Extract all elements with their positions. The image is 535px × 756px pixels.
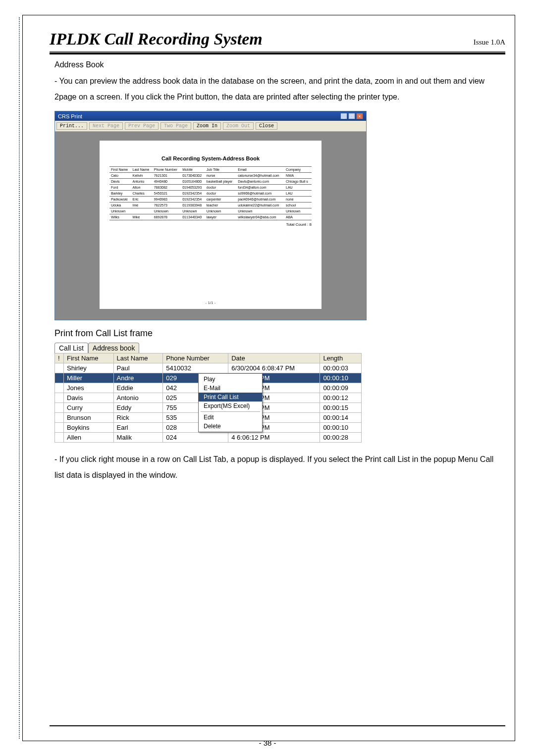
ctx-print-call-list[interactable]: Print Call List (199, 393, 262, 402)
table-row: BarkleyCharles54503210192342354doctorsd9… (109, 191, 312, 197)
crs-toolbar: Print... Next Page Prev Page Two Page Zo… (55, 121, 366, 132)
tab-address-book[interactable]: Address book (88, 343, 140, 353)
crs-col: Job Title (205, 167, 236, 173)
zoom-out-button[interactable]: Zoom Out (223, 122, 254, 130)
crs-col: Email (236, 167, 284, 173)
col-exclaim[interactable]: ! (55, 353, 64, 363)
crs-col: Last Name (131, 167, 153, 173)
next-page-button[interactable]: Next Page (89, 122, 123, 130)
ctx-play[interactable]: Play (199, 375, 262, 384)
issue-label: Issue 1.0A (474, 38, 505, 47)
body-after-paragraph: - If you click right mouse in a row on C… (54, 452, 505, 483)
table-row: CatoKeilvin76213010173040302nursecatonur… (109, 173, 312, 179)
col-last-name[interactable]: Last Name (113, 353, 163, 363)
table-row: PadkowskiEric99409830192342354carpenterp… (109, 197, 312, 202)
crs-col: Mobile (181, 167, 205, 173)
page-title: IPLDK Call Recording System (50, 30, 263, 49)
table-row: UnknownUnknownUnknownUnknownUnknownUnkno… (109, 208, 312, 214)
section-heading: Address Book (54, 60, 505, 69)
close-icon[interactable]: × (356, 113, 363, 119)
table-row: UdokaIme78225730119383948teacherudokaime… (109, 202, 312, 208)
table-row: DavisAntonio49404800165164800basketball … (109, 179, 312, 185)
section-paragraph: - You can preview the address book data … (54, 73, 505, 105)
address-book-table: First NameLast NamePhone NumberMobileJob… (109, 166, 312, 220)
page-number: - 38 - (0, 739, 535, 747)
report-title: Call Recording System-Address Book (109, 155, 312, 161)
ctx-email[interactable]: E-Mail (199, 384, 262, 393)
ctx-separator (201, 411, 260, 412)
total-count: Total Count : 8 (109, 222, 312, 227)
bottom-rule (50, 725, 505, 726)
print-button[interactable]: Print... (56, 122, 87, 130)
report-page-number: - 1/1 - (100, 301, 321, 305)
crs-col: Company (284, 167, 312, 173)
ctx-edit[interactable]: Edit (199, 413, 262, 422)
ctx-delete[interactable]: Delete (199, 422, 262, 431)
context-menu: Play E-Mail Print Call List Export(MS Ex… (198, 373, 263, 432)
two-page-button[interactable]: Two Page (160, 122, 191, 130)
crs-print-window: CRS Print _ □ × Print... Next Page Prev … (54, 111, 367, 320)
zoom-in-button[interactable]: Zoom In (193, 122, 221, 130)
crs-col: Phone Number (153, 167, 181, 173)
table-row[interactable]: ShirleyPaul54100326/30/2004 6:08:47 PM00… (55, 363, 362, 373)
prev-page-button[interactable]: Prev Page (125, 122, 159, 130)
title-rule (50, 51, 505, 54)
table-row[interactable]: AllenMalik0244 6:06:12 PM00:00:28 (55, 433, 362, 443)
crs-window-title: CRS Print (58, 113, 82, 119)
tab-call-list[interactable]: Call List (54, 343, 88, 353)
crs-col: First Name (109, 167, 131, 173)
close-button[interactable]: Close (256, 122, 277, 130)
ctx-export[interactable]: Export(MS Excel) (199, 402, 262, 410)
table-row: FordAlton78830820194053293doctorford34@a… (109, 185, 312, 191)
col-first-name[interactable]: First Name (64, 353, 114, 363)
calllist-heading: Print from Call List frame (54, 328, 505, 339)
col-length[interactable]: Length (320, 353, 362, 363)
maximize-icon[interactable]: □ (348, 113, 355, 119)
col-date[interactable]: Date (228, 353, 320, 363)
col-phone-number[interactable]: Phone Number (163, 353, 228, 363)
table-row: WilksMike68928780113440340lawyerwilkslaw… (109, 214, 312, 220)
minimize-icon[interactable]: _ (340, 113, 347, 119)
